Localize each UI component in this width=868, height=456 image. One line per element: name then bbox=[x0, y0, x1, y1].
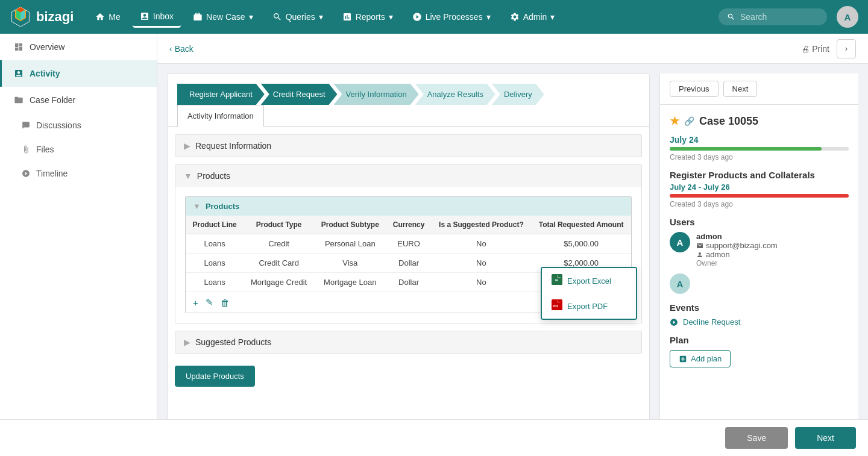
next-button-footer[interactable]: Next bbox=[795, 427, 856, 449]
user-avatar-btn[interactable]: A bbox=[837, 6, 858, 28]
previous-button[interactable]: Previous bbox=[670, 81, 719, 97]
nav-live-processes[interactable]: Live Processes ▾ bbox=[405, 7, 498, 27]
sidebar-item-activity[interactable]: Activity bbox=[0, 60, 157, 87]
col-product-line: Product Line bbox=[186, 216, 244, 234]
nav-new-case[interactable]: New Case ▾ bbox=[186, 7, 260, 27]
pdf-icon: PDF bbox=[552, 299, 562, 313]
products-table-header: ▼ Products bbox=[186, 197, 631, 216]
svg-text:PDF: PDF bbox=[553, 305, 558, 308]
case-link-icon: 🔗 bbox=[684, 116, 694, 126]
footer: Save Next bbox=[0, 419, 868, 456]
nav-queries[interactable]: Queries ▾ bbox=[265, 7, 330, 27]
case-progress-fill bbox=[670, 147, 822, 151]
section-request-info-header[interactable]: ▶ Request Information bbox=[175, 135, 641, 157]
sidebar-item-overview[interactable]: Overview bbox=[0, 34, 157, 60]
update-products-button[interactable]: Update Products bbox=[175, 366, 255, 387]
content-area: Register Applicant Credit Request Verify… bbox=[157, 64, 868, 456]
col-product-subtype: Product Subtype bbox=[314, 216, 386, 234]
col-product-type: Product Type bbox=[244, 216, 314, 234]
user-email: support@bizagi.com bbox=[696, 241, 778, 250]
save-button[interactable]: Save bbox=[725, 427, 788, 449]
nav-reports[interactable]: Reports ▾ bbox=[335, 7, 400, 27]
sidebar-item-case-folder[interactable]: Case Folder bbox=[0, 87, 157, 113]
col-suggested: Is a Suggested Product? bbox=[432, 216, 532, 234]
tab-activity-information[interactable]: Activity Information bbox=[177, 105, 264, 127]
star-icon[interactable]: ★ bbox=[670, 114, 679, 128]
section-suggested-products: ▶ Suggested Products bbox=[175, 331, 642, 354]
logo-text: bizagi bbox=[36, 9, 74, 25]
section-products-header[interactable]: ▼ Products bbox=[175, 165, 641, 187]
event-decline-request[interactable]: Decline Request bbox=[670, 317, 849, 326]
case-progress-bar bbox=[670, 147, 849, 151]
case-created-label: Created 3 days ago bbox=[670, 153, 849, 161]
right-panel: Previous Next ★ 🔗 Case 10055 July 24 Cre… bbox=[659, 73, 858, 446]
steps-bar: Register Applicant Credit Request Verify… bbox=[168, 74, 649, 105]
col-total-amount: Total Requested Amount bbox=[531, 216, 631, 234]
form-panel: Register Applicant Credit Request Verify… bbox=[167, 73, 650, 446]
back-button[interactable]: ‹ Back bbox=[169, 44, 193, 54]
user-username: admon bbox=[696, 250, 778, 259]
prev-next-buttons: Previous Next bbox=[670, 81, 757, 97]
nav-me[interactable]: Me bbox=[88, 7, 127, 27]
section-products: ▼ Products ▼ Products bbox=[175, 164, 642, 323]
col-currency: Currency bbox=[386, 216, 432, 234]
nav-inbox[interactable]: Inbox bbox=[133, 7, 181, 28]
nav-admin[interactable]: Admin ▾ bbox=[503, 7, 562, 27]
excel-icon bbox=[552, 274, 562, 287]
subheader: ‹ Back 🖨 Print › bbox=[157, 34, 868, 64]
activity-progress-bar bbox=[670, 194, 849, 198]
sidebar-item-files[interactable]: Files bbox=[0, 137, 157, 161]
user-card-secondary: A bbox=[670, 273, 849, 294]
case-date: July 24 bbox=[670, 135, 849, 145]
activity-progress-fill bbox=[670, 194, 849, 198]
nav-forward-arrow[interactable]: › bbox=[837, 39, 856, 58]
activity-title: Register Products and Collaterals bbox=[670, 170, 849, 180]
export-popup: Export Excel PDF Export PDF bbox=[541, 267, 637, 320]
sidebar-item-timeline[interactable]: Timeline bbox=[0, 161, 157, 186]
top-navigation: bizagi Me Inbox New Case ▾ Queries ▾ Rep… bbox=[0, 0, 868, 34]
delete-row-btn[interactable]: 🗑 bbox=[221, 298, 230, 308]
main-content: ‹ Back 🖨 Print › Register Applicant Cred… bbox=[157, 34, 868, 456]
activity-date-range: July 24 - July 26 bbox=[670, 183, 849, 192]
step-credit-request[interactable]: Credit Request bbox=[261, 84, 338, 105]
user-info: admon support@bizagi.com admon Owner bbox=[696, 232, 778, 267]
plan-section-title: Plan bbox=[670, 335, 849, 345]
step-verify-information[interactable]: Verify Information bbox=[334, 84, 419, 105]
user-name: admon bbox=[696, 232, 778, 241]
edit-row-btn[interactable]: ✎ bbox=[206, 297, 213, 308]
next-button[interactable]: Next bbox=[723, 81, 758, 97]
add-plan-button[interactable]: Add plan bbox=[670, 350, 731, 367]
products-table-container: ▼ Products Product Line Product Type bbox=[185, 196, 632, 313]
user-card-admin: A admon support@bizagi.com admon bbox=[670, 232, 849, 267]
case-info: ★ 🔗 Case 10055 July 24 Created 3 days ag… bbox=[660, 105, 858, 377]
search-input[interactable] bbox=[740, 12, 813, 22]
search-bar[interactable] bbox=[719, 8, 827, 25]
add-row-btn[interactable]: + bbox=[193, 298, 198, 308]
right-panel-header: Previous Next bbox=[660, 73, 858, 105]
export-excel-btn[interactable]: Export Excel bbox=[542, 268, 636, 293]
case-title: ★ 🔗 Case 10055 bbox=[670, 114, 849, 128]
print-button[interactable]: 🖨 Print bbox=[801, 44, 829, 54]
products-table: Product Line Product Type Product Subtyp… bbox=[186, 216, 631, 292]
user-avatar: A bbox=[670, 232, 690, 252]
table-row: Loans Credit Personal Loan EURO No $5,00… bbox=[186, 234, 631, 254]
table-row: Loans Mortgage Credit Mortgage Loan Doll… bbox=[186, 273, 631, 292]
section-suggested-products-header[interactable]: ▶ Suggested Products bbox=[175, 331, 641, 353]
activity-created-label: Created 3 days ago bbox=[670, 200, 849, 208]
step-analyze-results[interactable]: Analyze Results bbox=[415, 84, 495, 105]
export-pdf-btn[interactable]: PDF Export PDF bbox=[542, 293, 636, 319]
sidebar-item-discussions[interactable]: Discussions bbox=[0, 113, 157, 137]
users-section-title: Users bbox=[670, 217, 849, 227]
form-tabs: Activity Information bbox=[168, 105, 649, 127]
events-section-title: Events bbox=[670, 302, 849, 313]
sidebar: Overview Activity Case Folder Discussion… bbox=[0, 34, 157, 456]
logo[interactable]: bizagi bbox=[10, 6, 74, 28]
user-avatar-secondary: A bbox=[670, 273, 690, 294]
step-register-applicant[interactable]: Register Applicant bbox=[177, 84, 265, 105]
user-role: Owner bbox=[696, 259, 778, 267]
step-delivery[interactable]: Delivery bbox=[492, 84, 544, 105]
section-request-info: ▶ Request Information bbox=[175, 134, 642, 157]
